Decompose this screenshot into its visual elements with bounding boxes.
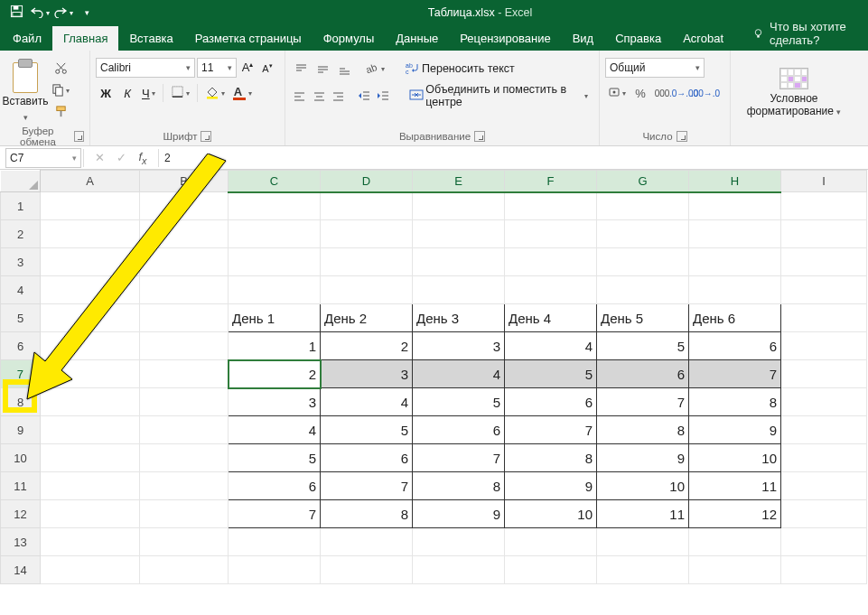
column-header-C[interactable]: C	[229, 171, 321, 192]
cell-B3[interactable]	[140, 248, 229, 276]
cell-H6[interactable]: 6	[689, 332, 781, 360]
cell-B2[interactable]	[140, 220, 229, 248]
cell-E3[interactable]	[413, 248, 505, 276]
cell-B7[interactable]	[140, 360, 229, 388]
cell-H5[interactable]: День 6	[689, 304, 781, 332]
cell-E4[interactable]	[413, 276, 505, 304]
cell-D11[interactable]: 7	[321, 472, 413, 500]
cell-B10[interactable]	[140, 444, 229, 472]
cell-E8[interactable]: 5	[413, 388, 505, 416]
column-header-E[interactable]: E	[413, 171, 505, 192]
cell-E2[interactable]	[413, 220, 505, 248]
cell-C1[interactable]	[229, 192, 321, 220]
cell-H13[interactable]	[689, 528, 781, 556]
cell-I3[interactable]	[781, 248, 867, 276]
cell-E9[interactable]: 6	[413, 416, 505, 444]
cell-C6[interactable]: 1	[229, 332, 321, 360]
cell-B6[interactable]	[140, 332, 229, 360]
cell-G8[interactable]: 7	[597, 388, 689, 416]
cell-H8[interactable]: 8	[689, 388, 781, 416]
row-header-9[interactable]: 9	[1, 416, 41, 444]
row-header-6[interactable]: 6	[1, 332, 41, 360]
tab-home[interactable]: Главная	[52, 26, 118, 51]
cell-H10[interactable]: 10	[689, 444, 781, 472]
cell-F3[interactable]	[505, 248, 597, 276]
cell-I2[interactable]	[781, 220, 867, 248]
cell-A3[interactable]	[41, 248, 140, 276]
cell-A5[interactable]	[41, 304, 140, 332]
cell-G14[interactable]	[597, 556, 689, 584]
cell-A7[interactable]	[41, 360, 140, 388]
cell-C4[interactable]	[229, 276, 321, 304]
row-header-2[interactable]: 2	[1, 220, 41, 248]
bold-button[interactable]: Ж	[96, 83, 116, 103]
cell-H4[interactable]	[689, 276, 781, 304]
cell-C10[interactable]: 5	[229, 444, 321, 472]
cell-B8[interactable]	[140, 388, 229, 416]
cell-F8[interactable]: 6	[505, 388, 597, 416]
cell-I9[interactable]	[781, 416, 867, 444]
column-header-D[interactable]: D	[321, 171, 413, 192]
row-header-1[interactable]: 1	[1, 192, 41, 220]
cell-D4[interactable]	[321, 276, 413, 304]
number-format-combo[interactable]: Общий▾	[605, 58, 705, 78]
cell-I10[interactable]	[781, 444, 867, 472]
cell-A12[interactable]	[41, 500, 140, 528]
cell-F12[interactable]: 10	[505, 500, 597, 528]
cell-I5[interactable]	[781, 304, 867, 332]
cut-button[interactable]	[51, 60, 70, 79]
cell-C3[interactable]	[229, 248, 321, 276]
cell-F6[interactable]: 4	[505, 332, 597, 360]
select-all-corner[interactable]	[1, 171, 41, 192]
cell-D2[interactable]	[321, 220, 413, 248]
cell-G9[interactable]: 8	[597, 416, 689, 444]
cell-G3[interactable]	[597, 248, 689, 276]
cell-I12[interactable]	[781, 500, 867, 528]
row-header-12[interactable]: 12	[1, 500, 41, 528]
cell-H11[interactable]: 11	[689, 472, 781, 500]
cancel-formula-button[interactable]: ✕	[89, 148, 109, 168]
cell-G4[interactable]	[597, 276, 689, 304]
align-bottom-button[interactable]	[334, 59, 354, 79]
cell-E14[interactable]	[413, 556, 505, 584]
cell-D9[interactable]: 5	[321, 416, 413, 444]
row-header-14[interactable]: 14	[1, 556, 41, 584]
align-right-button[interactable]	[330, 86, 347, 106]
cell-F2[interactable]	[505, 220, 597, 248]
tell-me-search[interactable]: Что вы хотите сделать?	[745, 16, 868, 51]
tab-insert[interactable]: Вставка	[118, 26, 183, 51]
worksheet-grid[interactable]: KONEKTO.RU ABCDEFGHI12345День 1День 2Ден…	[0, 170, 868, 584]
cell-D8[interactable]: 4	[321, 388, 413, 416]
cell-G2[interactable]	[597, 220, 689, 248]
cell-D5[interactable]: День 2	[321, 304, 413, 332]
cell-F10[interactable]: 8	[505, 444, 597, 472]
cell-E12[interactable]: 9	[413, 500, 505, 528]
copy-button[interactable]: ▾	[51, 81, 70, 101]
cell-E5[interactable]: День 3	[413, 304, 505, 332]
insert-function-button[interactable]: fx	[133, 148, 153, 168]
cell-D1[interactable]	[321, 192, 413, 220]
conditional-formatting-button[interactable]: Условноеформатирование ▾	[745, 64, 843, 116]
cell-C13[interactable]	[229, 528, 321, 556]
tab-page-layout[interactable]: Разметка страницы	[184, 26, 313, 51]
cell-G10[interactable]: 9	[597, 444, 689, 472]
cell-B12[interactable]	[140, 500, 229, 528]
cell-F5[interactable]: День 4	[505, 304, 597, 332]
paste-button[interactable]: Вставить	[5, 59, 45, 123]
wrap-text-button[interactable]: abc Переносить текст	[400, 58, 520, 79]
cell-B11[interactable]	[140, 472, 229, 500]
cell-I11[interactable]	[781, 472, 867, 500]
cell-C5[interactable]: День 1	[229, 304, 321, 332]
cell-E6[interactable]: 3	[413, 332, 505, 360]
cell-B9[interactable]	[140, 416, 229, 444]
save-button[interactable]	[5, 3, 27, 23]
cell-I8[interactable]	[781, 388, 867, 416]
cell-I7[interactable]	[781, 360, 867, 388]
border-button[interactable]: ▾	[168, 83, 192, 103]
cell-H14[interactable]	[689, 556, 781, 584]
cell-F7[interactable]: 5	[505, 360, 597, 388]
cell-D13[interactable]	[321, 528, 413, 556]
decrease-decimal-button[interactable]: .00→.0	[695, 83, 715, 103]
cell-B14[interactable]	[140, 556, 229, 584]
cell-C8[interactable]: 3	[229, 388, 321, 416]
